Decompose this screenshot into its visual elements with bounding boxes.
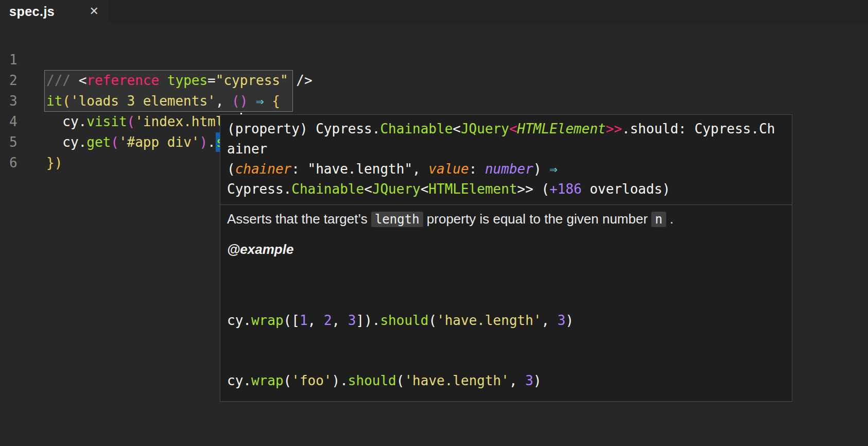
divider xyxy=(220,204,792,205)
tab-bar: spec.js ✕ xyxy=(0,0,868,23)
signature-line-1: (property) Cypress.Chainable<JQuery<HTML… xyxy=(227,119,785,139)
signature-line-2: ainer xyxy=(227,139,785,159)
hover-tooltip: (property) Cypress.Chainable<JQuery<HTML… xyxy=(220,114,792,402)
tab-title: spec.js xyxy=(9,4,55,19)
example-code-line-1: cy.wrap([1, 2, 3]).should('have.length',… xyxy=(227,311,785,331)
signature-line-3: (chainer: "have.length", value: number) … xyxy=(227,159,785,179)
example-code-line-2: cy.wrap('foo').should('have.length', 3) xyxy=(227,371,785,391)
doc-example-code: cy.wrap([1, 2, 3]).should('have.length',… xyxy=(227,270,785,402)
signature-line-4: Cypress.Chainable<JQuery<HTMLElement>> (… xyxy=(227,179,785,199)
doc-example-tag: @example xyxy=(227,241,785,258)
code-line-1[interactable]: 1 /// <reference types="cypress" /> xyxy=(0,29,868,49)
code-line-3[interactable]: 3 cy.visit('index.html') xyxy=(0,70,868,91)
doc-description: Asserts that the target’s length propert… xyxy=(227,210,785,228)
code-text-5: }) xyxy=(46,152,62,173)
line-number-6: 6 xyxy=(9,152,18,173)
tab-spec-js[interactable]: spec.js ✕ xyxy=(0,0,108,23)
code-line-4[interactable]: 4 cy.get('#app div').should('have.length… xyxy=(0,91,868,111)
close-icon[interactable]: ✕ xyxy=(90,6,99,17)
code-line-2[interactable]: 2 it('loads 3 elements', () ⇒ { xyxy=(0,49,868,70)
hover-documentation: Asserts that the target’s length propert… xyxy=(220,210,792,402)
hover-signature: (property) Cypress.Chainable<JQuery<HTML… xyxy=(220,115,792,204)
